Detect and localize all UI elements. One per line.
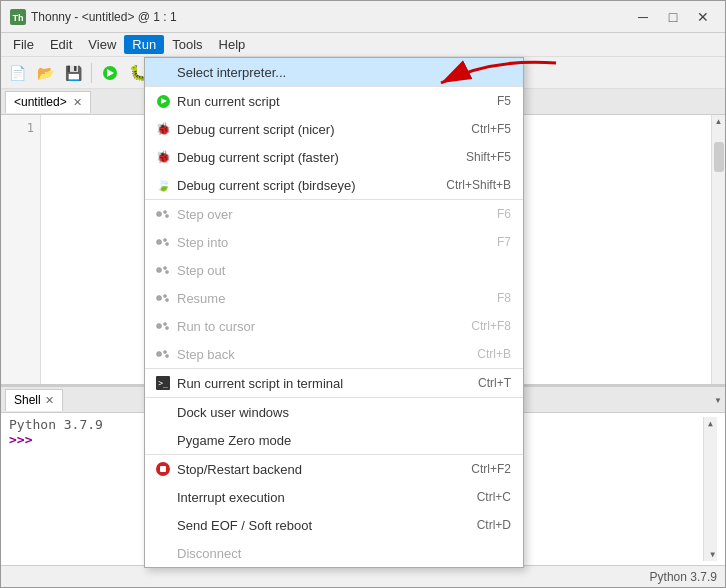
select-interpreter-label: Select interpreter...	[177, 65, 511, 80]
shell-scroll-down-arrow[interactable]: ▼	[708, 548, 717, 561]
step-out-icon	[153, 260, 173, 280]
svg-point-3	[164, 211, 167, 214]
step-out-item[interactable]: Step out	[145, 256, 523, 284]
run-in-terminal-shortcut: Ctrl+T	[478, 376, 511, 390]
run-to-cursor-item[interactable]: Run to cursor Ctrl+F8	[145, 312, 523, 340]
debug-birdseye-shortcut: Ctrl+Shift+B	[446, 178, 511, 192]
run-current-script-item[interactable]: Run current script F5	[145, 87, 523, 115]
menu-help[interactable]: Help	[211, 35, 254, 54]
menu-section-options: Dock user windows Pygame Zero mode	[145, 398, 523, 455]
main-window: Th Thonny - <untitled> @ 1 : 1 ─ □ ✕ Fil…	[0, 0, 726, 588]
stop-restart-item[interactable]: Stop/Restart backend Ctrl+F2	[145, 455, 523, 483]
svg-text:Th: Th	[13, 13, 24, 23]
window-title: Thonny - <untitled> @ 1 : 1	[31, 10, 629, 24]
run-current-script-label: Run current script	[177, 94, 477, 109]
tab-close-button[interactable]: ✕	[73, 96, 82, 109]
editor-scrollbar[interactable]: ▲ ▼	[711, 115, 725, 384]
menu-section-terminal: >_ Run current script in terminal Ctrl+T	[145, 369, 523, 398]
line-number-1: 1	[1, 119, 40, 137]
close-button[interactable]: ✕	[689, 6, 717, 28]
step-out-label: Step out	[177, 263, 491, 278]
disconnect-item[interactable]: Disconnect	[145, 539, 523, 567]
run-to-cursor-svg	[156, 319, 170, 333]
menu-tools[interactable]: Tools	[164, 35, 210, 54]
minimize-button[interactable]: ─	[629, 6, 657, 28]
svg-point-5	[157, 240, 162, 245]
menu-section-step: Step over F6 Step into F7	[145, 200, 523, 369]
save-file-button[interactable]: 💾	[61, 61, 85, 85]
scroll-down-arrow[interactable]: ▼	[712, 394, 724, 407]
svg-point-4	[166, 215, 169, 218]
select-interpreter-item[interactable]: Select interpreter...	[145, 58, 523, 86]
interrupt-execution-item[interactable]: Interrupt execution Ctrl+C	[145, 483, 523, 511]
send-eof-label: Send EOF / Soft reboot	[177, 518, 457, 533]
debug-faster-item[interactable]: 🐞 Debug current script (faster) Shift+F5	[145, 143, 523, 171]
svg-point-17	[157, 352, 162, 357]
interrupt-execution-shortcut: Ctrl+C	[477, 490, 511, 504]
interrupt-icon	[153, 487, 173, 507]
step-back-label: Step back	[177, 347, 457, 362]
run-to-cursor-icon	[153, 316, 173, 336]
step-into-item[interactable]: Step into F7	[145, 228, 523, 256]
step-out-svg	[156, 263, 170, 277]
new-file-button[interactable]: 📄	[5, 61, 29, 85]
birdseye-symbol: 🍃	[156, 178, 171, 192]
shell-tab-close[interactable]: ✕	[45, 394, 54, 407]
send-eof-item[interactable]: Send EOF / Soft reboot Ctrl+D	[145, 511, 523, 539]
shell-scroll-up-arrow[interactable]: ▲	[706, 417, 715, 430]
open-file-button[interactable]: 📂	[33, 61, 57, 85]
python-version-status: Python 3.7.9	[650, 570, 717, 584]
title-bar: Th Thonny - <untitled> @ 1 : 1 ─ □ ✕	[1, 1, 725, 33]
play-triangle-icon	[107, 69, 114, 77]
interrupt-execution-label: Interrupt execution	[177, 490, 457, 505]
debug-nicer-icon: 🐞	[153, 119, 173, 139]
debug-birdseye-label: Debug current script (birdseye)	[177, 178, 426, 193]
maximize-button[interactable]: □	[659, 6, 687, 28]
shell-tab[interactable]: Shell ✕	[5, 389, 63, 411]
run-current-script-shortcut: F5	[497, 94, 511, 108]
shell-scrollbar[interactable]: ▲ ▼	[703, 417, 717, 561]
toolbar-separator-1	[91, 63, 92, 83]
svg-point-6	[164, 239, 167, 242]
svg-point-7	[166, 243, 169, 246]
dock-user-windows-item[interactable]: Dock user windows	[145, 398, 523, 426]
run-to-cursor-label: Run to cursor	[177, 319, 451, 334]
menu-file[interactable]: File	[5, 35, 42, 54]
svg-point-18	[164, 351, 167, 354]
resume-item[interactable]: Resume F8	[145, 284, 523, 312]
debug-nicer-label: Debug current script (nicer)	[177, 122, 451, 137]
debug-faster-label: Debug current script (faster)	[177, 150, 446, 165]
scroll-thumb[interactable]	[714, 142, 724, 172]
step-back-shortcut: Ctrl+B	[477, 347, 511, 361]
window-controls: ─ □ ✕	[629, 6, 717, 28]
debug-nicer-item[interactable]: 🐞 Debug current script (nicer) Ctrl+F5	[145, 115, 523, 143]
stop-restart-label: Stop/Restart backend	[177, 462, 451, 477]
step-into-icon	[153, 232, 173, 252]
send-eof-icon	[153, 515, 173, 535]
step-over-item[interactable]: Step over F6	[145, 200, 523, 228]
run-in-terminal-item[interactable]: >_ Run current script in terminal Ctrl+T	[145, 369, 523, 397]
step-back-item[interactable]: Step back Ctrl+B	[145, 340, 523, 368]
svg-point-19	[166, 355, 169, 358]
svg-point-9	[164, 267, 167, 270]
menu-view[interactable]: View	[80, 35, 124, 54]
svg-point-16	[166, 327, 169, 330]
run-button[interactable]	[98, 61, 122, 85]
scroll-up-arrow[interactable]: ▲	[713, 115, 725, 128]
step-over-shortcut: F6	[497, 207, 511, 221]
status-bar: Python 3.7.9	[1, 565, 725, 587]
send-eof-shortcut: Ctrl+D	[477, 518, 511, 532]
menu-edit[interactable]: Edit	[42, 35, 80, 54]
resume-shortcut: F8	[497, 291, 511, 305]
new-file-icon: 📄	[9, 65, 26, 81]
editor-tab-untitled[interactable]: <untitled> ✕	[5, 91, 91, 113]
svg-point-10	[166, 271, 169, 274]
run-dropdown-menu: Select interpreter... Run current script…	[144, 57, 524, 568]
step-back-icon	[153, 344, 173, 364]
menu-run[interactable]: Run	[124, 35, 164, 54]
pygame-zero-mode-item[interactable]: Pygame Zero mode	[145, 426, 523, 454]
run-current-script-icon	[153, 91, 173, 111]
svg-point-12	[164, 295, 167, 298]
open-file-icon: 📂	[37, 65, 54, 81]
debug-birdseye-item[interactable]: 🍃 Debug current script (birdseye) Ctrl+S…	[145, 171, 523, 199]
